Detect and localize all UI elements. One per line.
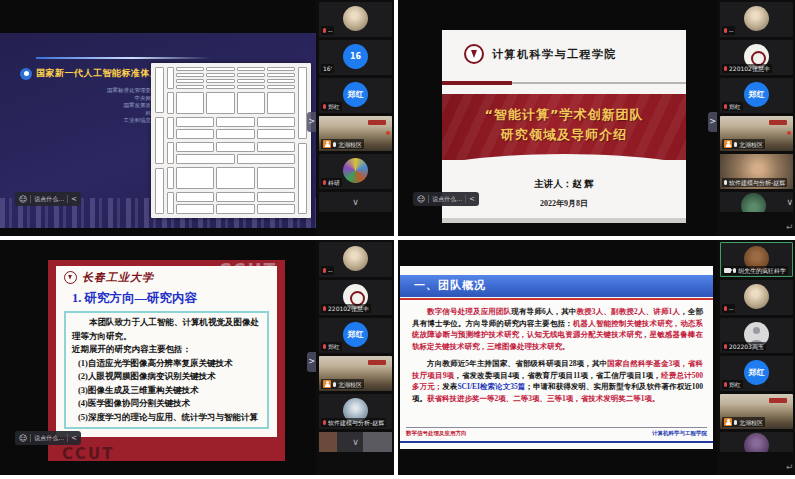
list-item: (5)深度学习的理论与应用、统计学习与智能计算 <box>72 411 261 425</box>
participant-tile[interactable]: 北湖校区 <box>720 394 793 429</box>
smiley-icon: ☺ <box>417 195 425 204</box>
participant-tile[interactable]: 郑红 郑红 <box>319 318 392 353</box>
participant-tile[interactable]: 北湖校区 <box>319 116 392 151</box>
more-participants-button[interactable]: ∨ <box>319 192 392 212</box>
expand-sidebar-icon[interactable]: > <box>307 112 316 132</box>
divider <box>428 195 429 203</box>
list-item: (3)图像生成及三维重构关键技术 <box>72 384 261 398</box>
heading-band: 一、团队概况 <box>400 275 713 297</box>
chat-placeholder: 说点什么... <box>34 434 64 443</box>
participant-name: -- <box>321 266 334 275</box>
paragraph-return-mark: ↵ <box>786 462 794 472</box>
chat-pill[interactable]: ☺ 说点什么... < <box>15 192 81 206</box>
college-logo-icon <box>464 44 484 64</box>
participant-name: -- <box>321 26 334 35</box>
participant-tile[interactable]: 北湖校区 <box>319 356 392 391</box>
participant-name: -- <box>722 304 735 313</box>
chat-pill[interactable]: ☺ 说点什么... < <box>413 192 479 206</box>
list-item: (4)医学图像协同分割关键技术 <box>72 397 261 411</box>
paragraph-2: 方向教师近5年主持国家、省部级科研项目28项，其中国家自然科学基金3项，省科技厅… <box>412 358 703 404</box>
participant-tile[interactable]: 郑红 郑红 <box>720 78 793 113</box>
chevron-down-icon: ∨ <box>352 198 359 207</box>
mic-muted-icon <box>323 28 326 33</box>
expand-sidebar-icon[interactable]: > <box>307 352 316 372</box>
presenter-badge-icon <box>724 418 732 426</box>
mic-on-icon <box>333 142 336 147</box>
mic-muted-icon <box>323 104 326 109</box>
participant-tile[interactable]: 科研 <box>319 154 392 189</box>
chat-pill[interactable]: ☺ 说点什么... < <box>15 431 81 445</box>
mic-on-icon <box>734 142 737 147</box>
participant-tile[interactable]: -- <box>319 242 392 277</box>
divider <box>30 195 31 203</box>
quadrant-bottom-left: CCUT CCUT CCUT 长春工业大学 1. 研究方向—研究内容 本团队致力… <box>0 240 394 475</box>
divider <box>67 195 68 203</box>
chat-placeholder: 说点什么... <box>34 195 64 204</box>
avatar: 郑红 <box>343 322 368 347</box>
participant-name: 郑红 <box>321 342 342 351</box>
item-list: (1)自适应光学图像高分辨率复原关键技术 (2)人眼视网膜图像病变识别关键技术 … <box>72 357 261 425</box>
participant-tile[interactable]: 16 16' <box>319 40 392 75</box>
participants-sidebar-br: 胡先生的疯狂科学 -- 202203高玉 郑红 郑红 <box>717 240 795 475</box>
divider-line <box>400 298 713 300</box>
presenter-badge-icon <box>323 140 331 148</box>
slide-footer-strip <box>442 218 686 223</box>
watermark: CCUT <box>62 445 114 461</box>
quadrant-top-left: 国家新一代人工智能标准体系结构 国家标准化管理委员会 中央网信办 国家发展改革委… <box>0 0 394 236</box>
standards-flowchart <box>151 63 311 218</box>
collapse-chat-icon: < <box>71 195 77 203</box>
participant-name: 北湖校区 <box>321 139 364 149</box>
list-item: (2)人眼视网膜图像病变识别关键技术 <box>72 370 261 384</box>
participant-tile[interactable]: 胡先生的疯狂科学 <box>720 242 793 277</box>
participants-sidebar-tr: -- 220102张慧丰 郑红 郑红 北湖校 <box>717 0 795 236</box>
participant-tile[interactable]: 郑红 郑红 <box>720 356 793 391</box>
expand-sidebar-icon[interactable]: > <box>708 112 717 132</box>
participant-tile[interactable]: 220102张慧丰 <box>319 280 392 315</box>
ai-badge-icon <box>20 68 32 80</box>
shared-screen-bl: CCUT CCUT CCUT 长春工业大学 1. 研究方向—研究内容 本团队致力… <box>0 240 316 475</box>
speaker-line: 主讲人：赵 辉 <box>442 178 686 191</box>
divider <box>67 434 68 442</box>
mic-muted-icon <box>724 66 727 71</box>
collapse-chat-icon: < <box>71 434 77 442</box>
collapse-chat-icon: < <box>469 195 475 203</box>
mic-on-icon <box>734 420 737 425</box>
participant-tile[interactable]: 202203高玉 <box>720 318 793 353</box>
participant-tile[interactable]: 软件建模与分析-赵辉 <box>319 394 392 429</box>
participant-tile[interactable]: 220102张慧丰 <box>720 40 793 75</box>
mic-muted-icon <box>724 344 727 349</box>
participant-name: 科研 <box>321 178 342 187</box>
avatar <box>343 158 368 183</box>
participant-name: 北湖校区 <box>722 417 765 427</box>
shared-screen-br: 一、团队概况 数字信号处理及应用团队现有导师6人，其中教授3人、副教授2人、讲师… <box>398 240 717 475</box>
university-name: 长春工业大学 <box>82 270 154 285</box>
smiley-icon: ☺ <box>19 195 27 204</box>
participant-tile[interactable] <box>720 432 793 452</box>
university-logo-icon <box>64 271 77 284</box>
participant-tile[interactable]: 郑红 郑红 <box>319 78 392 113</box>
participant-name: 软件建模与分析-赵辉 <box>321 418 386 427</box>
more-participants-button[interactable]: ∨ <box>720 192 793 212</box>
avatar <box>744 433 769 453</box>
content-box: 本团队致力于人工智能、计算机视觉及图像处理等方向研究。 近期展开的研究内容主要包… <box>64 311 269 429</box>
paragraph-1: 数字信号处理及应用团队现有导师6人，其中教授3人、副教授2人、讲师1人，全部具有… <box>412 306 703 352</box>
slide-team-overview: 一、团队概况 数字信号处理及应用团队现有导师6人，其中教授3人、副教授2人、讲师… <box>400 266 713 449</box>
participant-tile[interactable]: -- <box>720 280 793 315</box>
divider <box>30 434 31 442</box>
footer-left: 数字信号处理及应用方向 <box>406 430 467 437</box>
participant-tile[interactable]: 北湖校区 <box>720 116 793 151</box>
avatar <box>741 193 766 213</box>
participant-name: 郑红 <box>722 102 743 111</box>
mic-on-icon <box>724 180 727 185</box>
participant-tile[interactable]: -- <box>720 2 793 37</box>
slide-heading: 1. 研究方向—研究内容 <box>72 290 269 307</box>
avatar: 16 <box>343 44 368 69</box>
participant-tile[interactable]: 软件建模与分析-赵辉 <box>720 154 793 189</box>
recording-dot-icon <box>787 131 791 135</box>
more-participants-button[interactable]: ∨ <box>319 432 392 452</box>
participant-tile[interactable]: -- <box>319 2 392 37</box>
paragraph: 本团队致力于人工智能、计算机视觉及图像处理等方向研究。 <box>72 316 261 343</box>
avatar: 郑红 <box>744 360 769 385</box>
mic-muted-icon <box>323 268 326 273</box>
chat-placeholder: 说点什么... <box>432 195 462 204</box>
